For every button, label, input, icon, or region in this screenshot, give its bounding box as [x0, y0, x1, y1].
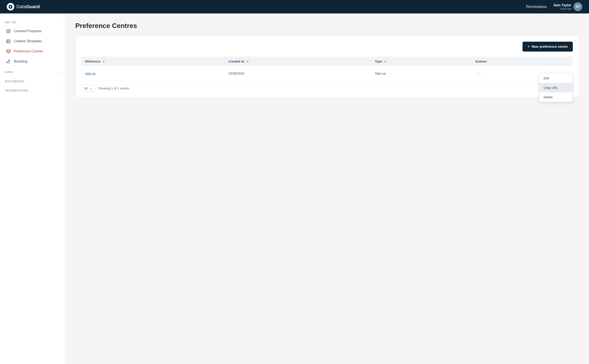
content-templates-icon: [6, 39, 11, 44]
actions-dropdown: Edit Copy URL Delete: [539, 73, 573, 102]
chevron-up-icon: ⌃: [58, 21, 60, 24]
sidebar-section-data: DATA ⌄: [0, 68, 65, 76]
consent-purposes-icon: [6, 29, 11, 34]
top-navigation: DataGuard Permissions Sam Taylor Data Ap…: [0, 0, 589, 13]
svg-point-1: [10, 6, 10, 6]
sidebar-item-branding[interactable]: Branding: [0, 56, 65, 66]
sidebar-item-content-templates-label: Content Templates: [14, 39, 42, 43]
plus-icon: +: [528, 44, 530, 49]
showing-results-text: Showing 1 of 1 results: [98, 86, 129, 90]
app-logo[interactable]: DataGuard: [7, 3, 40, 11]
new-preference-centre-button[interactable]: + New preference centre: [523, 42, 573, 52]
reference-link[interactable]: sign-up: [85, 72, 96, 75]
user-info: Sam Taylor Data App: [553, 3, 571, 10]
per-page-value: 10: [84, 86, 88, 90]
sort-icon-created-at: ⇵: [246, 60, 249, 63]
cell-actions: ⋯ Edit Copy URL Delete: [471, 66, 573, 81]
chevron-down-icon-pagination: ⌄: [89, 86, 92, 90]
pagination-row: 10 ⌄ Showing 1 of 1 results: [81, 85, 573, 91]
chevron-down-icon-documents: ⌄: [58, 79, 60, 83]
sidebar-section-integrations-header[interactable]: INTEGRATIONS ⌄: [0, 87, 65, 94]
topnav-right: Permissions Sam Taylor Data App ST: [526, 2, 582, 11]
sidebar-section-data-label: DATA: [5, 71, 13, 74]
logo-icon: [7, 3, 14, 11]
chevron-down-icon-data: ⌄: [58, 70, 60, 74]
col-header-actions: Actions: [471, 57, 573, 66]
user-role: Data App: [553, 7, 571, 10]
sidebar-item-consent-purposes[interactable]: Consent Purposes: [0, 26, 65, 36]
col-header-reference[interactable]: Reference ⇵: [81, 57, 225, 66]
user-name: Sam Taylor: [553, 3, 571, 7]
cell-type: Sign-up: [371, 66, 471, 81]
sidebar-section-setup: SET UP ⌃ Consent Purposes: [0, 19, 65, 66]
sidebar-section-documents-label: DOCUMENTS: [5, 80, 25, 83]
cell-reference: sign-up: [81, 66, 225, 81]
table-header-row: Reference ⇵ Created At ⇵ Type ⇵: [81, 57, 573, 66]
sidebar-item-content-templates[interactable]: Content Templates: [0, 36, 65, 46]
preference-centres-card: + New preference centre Reference ⇵ Crea: [75, 36, 579, 98]
sidebar-item-consent-purposes-label: Consent Purposes: [14, 29, 42, 33]
chevron-down-icon-integrations: ⌄: [58, 89, 60, 92]
sidebar-item-branding-label: Branding: [14, 59, 27, 63]
sort-icon-type: ⇵: [384, 60, 386, 63]
main-content: Preference Centres + New preference cent…: [65, 13, 589, 364]
sidebar-section-setup-header[interactable]: SET UP ⌃: [0, 19, 65, 26]
svg-point-11: [7, 51, 8, 51]
sidebar-section-integrations-label: INTEGRATIONS: [5, 89, 28, 92]
sidebar-section-setup-label: SET UP: [5, 21, 16, 24]
avatar[interactable]: ST: [573, 2, 582, 11]
sidebar-section-documents-header[interactable]: DOCUMENTS ⌄: [0, 78, 65, 85]
main-layout: SET UP ⌃ Consent Purposes: [0, 13, 589, 364]
table-row: sign-up 23/08/2024 Sign-up ⋯ Edit Copy U…: [81, 66, 573, 81]
per-page-select[interactable]: 10 ⌄: [81, 85, 95, 91]
svg-point-12: [9, 51, 10, 51]
cell-created-at: 23/08/2024: [225, 66, 371, 81]
sidebar-section-integrations: INTEGRATIONS ⌄: [0, 87, 65, 94]
sidebar-item-preference-centres[interactable]: Preference Centres: [0, 46, 65, 56]
sidebar-section-data-header[interactable]: DATA ⌄: [0, 68, 65, 76]
user-menu[interactable]: Sam Taylor Data App ST: [553, 2, 582, 11]
card-toolbar: + New preference centre: [81, 42, 573, 52]
page-title: Preference Centres: [75, 22, 579, 30]
new-preference-centre-label: New preference centre: [531, 45, 568, 49]
logo-text: DataGuard: [16, 4, 40, 9]
preference-centres-table: Reference ⇵ Created At ⇵ Type ⇵: [81, 57, 573, 91]
dropdown-item-edit[interactable]: Edit: [539, 73, 573, 83]
preference-centres-icon: [6, 49, 11, 54]
permissions-link[interactable]: Permissions: [526, 5, 547, 9]
svg-rect-6: [7, 39, 10, 43]
col-header-type[interactable]: Type ⇵: [371, 57, 471, 66]
sort-icon-reference: ⇵: [103, 60, 105, 63]
sidebar-section-documents: DOCUMENTS ⌄: [0, 78, 65, 85]
sidebar: SET UP ⌃ Consent Purposes: [0, 13, 65, 364]
branding-icon: [6, 59, 11, 64]
col-header-created-at[interactable]: Created At ⇵: [225, 57, 371, 66]
dropdown-item-copy-url[interactable]: Copy URL: [539, 83, 573, 92]
row-actions-button[interactable]: ⋯: [475, 70, 483, 77]
sidebar-item-preference-centres-label: Preference Centres: [14, 49, 43, 53]
dropdown-item-delete[interactable]: Delete: [539, 92, 573, 102]
